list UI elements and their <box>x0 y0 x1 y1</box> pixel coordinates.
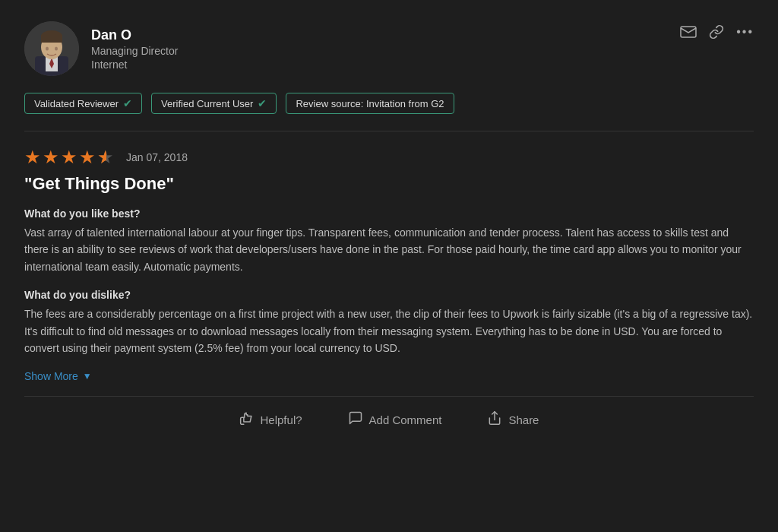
badge-review-source: Review source: Invitation from G2 <box>286 93 454 114</box>
user-role: Managing Director <box>91 45 178 57</box>
dislike-label: What do you dislike? <box>24 289 754 301</box>
share-icon <box>487 410 502 429</box>
badge-validated-reviewer: Validated Reviewer ✔ <box>24 93 142 114</box>
footer-actions: Helpful? Add Comment Share <box>24 397 754 442</box>
badge-label: Validated Reviewer <box>34 98 119 109</box>
review-date: Jan 07, 2018 <box>126 151 188 163</box>
badge-label: Review source: Invitation from G2 <box>296 98 444 109</box>
like-label: What do you like best? <box>24 207 754 220</box>
review-content: ★ ★ ★ ★ ★ ★ Jan 07, 2018 "Get Things Don… <box>24 147 754 382</box>
show-more-button[interactable]: Show More ▼ <box>24 370 754 382</box>
helpful-icon <box>239 410 255 429</box>
star-4: ★ <box>79 147 96 168</box>
svg-point-8 <box>55 47 58 51</box>
user-industry: Internet <box>91 59 178 71</box>
helpful-label: Helpful? <box>261 413 302 426</box>
star-2: ★ <box>43 147 59 168</box>
mail-icon[interactable] <box>680 26 697 38</box>
add-comment-button[interactable]: Add Comment <box>348 410 442 429</box>
share-button[interactable]: Share <box>487 410 539 429</box>
comment-icon <box>348 410 363 429</box>
svg-rect-6 <box>41 35 62 43</box>
star-rating: ★ ★ ★ ★ ★ ★ <box>24 147 115 168</box>
header-actions: ••• <box>680 21 754 40</box>
badge-verified-user: Verified Current User ✔ <box>151 93 277 114</box>
svg-point-7 <box>46 47 49 51</box>
badges-row: Validated Reviewer ✔ Verified Current Us… <box>24 93 754 114</box>
link-icon[interactable] <box>709 24 724 40</box>
star-half: ★ ★ <box>97 147 115 168</box>
more-icon[interactable]: ••• <box>736 25 754 39</box>
review-card: Dan O Managing Director Internet ••• <box>0 0 778 532</box>
helpful-button[interactable]: Helpful? <box>239 410 302 429</box>
review-meta: ★ ★ ★ ★ ★ ★ Jan 07, 2018 <box>24 147 754 168</box>
star-3: ★ <box>61 147 77 168</box>
star-1: ★ <box>24 147 41 168</box>
share-label: Share <box>508 413 539 426</box>
show-more-label: Show More <box>24 370 78 382</box>
chevron-down-icon: ▼ <box>83 371 92 382</box>
comment-label: Add Comment <box>369 413 442 426</box>
like-text: Vast array of talented international lab… <box>24 224 754 275</box>
review-title: "Get Things Done" <box>24 174 754 194</box>
svg-rect-9 <box>681 27 696 37</box>
badge-label: Verified Current User <box>161 98 253 109</box>
avatar <box>24 21 79 76</box>
review-header: Dan O Managing Director Internet ••• <box>24 21 754 76</box>
dislike-text: The fees are a considerably percentage o… <box>24 306 754 356</box>
check-icon: ✔ <box>123 97 132 109</box>
check-icon: ✔ <box>258 97 267 109</box>
user-name: Dan O <box>91 27 178 43</box>
top-divider <box>24 131 754 131</box>
user-info: Dan O Managing Director Internet <box>24 21 178 76</box>
user-details: Dan O Managing Director Internet <box>91 27 178 71</box>
